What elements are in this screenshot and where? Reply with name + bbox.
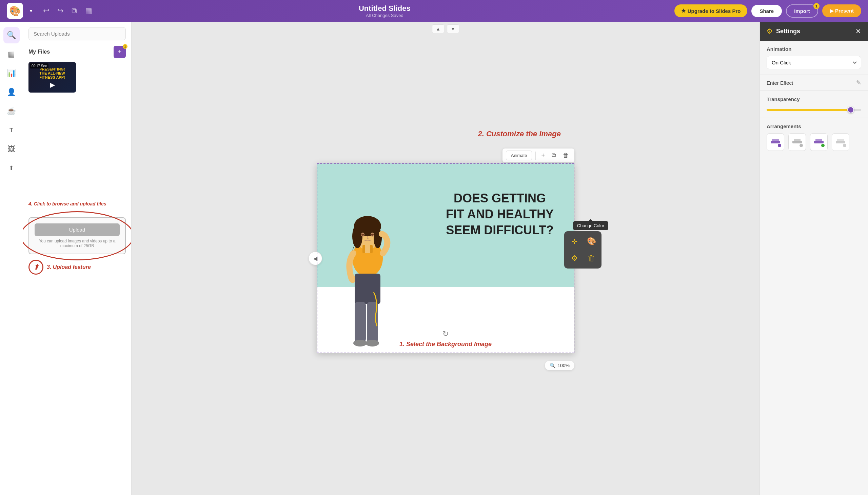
video-thumbnail[interactable]: PRESENTING!THE ALL-NEWFITNESS APP! ▶ 00:… — [29, 62, 76, 92]
slide-text-area: DOES GETTING FIT AND HEALTHY SEEM DIFFIC… — [435, 190, 564, 238]
annotation-bg-image: 1. Select the Background Image — [399, 341, 492, 348]
move-element-button[interactable]: ⊹ — [567, 234, 582, 249]
transparency-slider[interactable] — [767, 109, 861, 111]
animate-button[interactable]: Animate — [506, 151, 532, 160]
import-button[interactable]: Import 1 — [786, 4, 818, 18]
svg-point-25 — [821, 144, 824, 147]
logo-dropdown[interactable]: ▾ — [30, 8, 32, 14]
svg-rect-18 — [772, 139, 779, 141]
upload-button[interactable]: Upload — [35, 223, 120, 236]
svg-rect-24 — [815, 139, 822, 141]
arrangement-icon-2 — [788, 133, 806, 151]
sidebar-item-coffee[interactable]: ☕ — [3, 103, 20, 119]
canvas-area: ▲ ▼ Animate + ⧉ 🗑 ⊹ 🎨 ⚙ 🗑 Change Color — [132, 22, 760, 495]
slide-nav-left[interactable]: ◀ — [309, 252, 322, 265]
arrangements-title: Arrangements — [767, 123, 861, 129]
app-logo[interactable]: 🎨 — [7, 3, 23, 19]
delete-element-button[interactable]: 🗑 — [584, 251, 599, 266]
arrangements-section: Arrangements — [760, 118, 868, 156]
search-input[interactable] — [29, 27, 126, 40]
animation-select[interactable]: On Click After Previous With Previous — [767, 56, 861, 69]
effect-edit-button[interactable]: ✎ — [856, 79, 861, 86]
grid-button[interactable]: ▦ — [82, 5, 95, 17]
upload-area[interactable]: Upload You can upload images and videos … — [29, 217, 126, 254]
enter-effect-row: Enter Effect ✎ — [760, 75, 868, 91]
refresh-button[interactable]: ↻ — [442, 329, 448, 338]
my-files-header: My Files + 1 — [29, 46, 126, 58]
sidebar-item-people[interactable]: 👤 — [3, 84, 20, 100]
svg-point-13 — [353, 340, 367, 346]
slide-down-button[interactable]: ▼ — [447, 24, 459, 33]
upload-feature-label: ⬆ 3. Upload feature — [29, 260, 126, 275]
sidebar-item-chart[interactable]: 📊 — [3, 65, 20, 81]
arrangement-icon-4 — [832, 133, 849, 151]
settings-panel: ⚙ Settings ✕ Animation On Click After Pr… — [760, 22, 868, 495]
slide-text-line1: DOES GETTING FIT AND HEALTHY SEEM DIFFIC… — [435, 190, 564, 238]
sidebar-item-upload[interactable]: ⬆ — [3, 160, 20, 176]
zoom-icon: 🔍 — [550, 363, 556, 368]
delete-toolbar-button[interactable]: 🗑 — [561, 151, 571, 160]
character-illustration — [323, 177, 425, 353]
svg-point-19 — [778, 144, 781, 147]
svg-rect-27 — [837, 139, 844, 141]
undo-button[interactable]: ↩ — [40, 5, 52, 17]
settings-element-button[interactable]: ⚙ — [567, 251, 582, 266]
enter-effect-label: Enter Effect — [767, 80, 793, 86]
svg-point-14 — [365, 340, 379, 346]
svg-rect-16 — [370, 245, 373, 253]
add-element-button[interactable]: + — [539, 151, 547, 160]
upload-area-wrapper: Upload You can upload images and videos … — [29, 217, 126, 254]
upload-annotation-label: 4. Click to browse and upload files — [29, 201, 126, 206]
video-duration: 00:17 Sec — [30, 63, 49, 68]
topbar: 🎨 ▾ ↩ ↪ ⧉ ▦ Untitled Slides All Changes … — [0, 0, 868, 22]
add-file-button[interactable]: + 1 — [114, 46, 126, 58]
arrangement-icon-3 — [810, 133, 828, 151]
arrangement-item-3[interactable] — [810, 133, 828, 151]
canvas-nav-arrows: ▲ ▼ — [432, 24, 459, 33]
color-element-button[interactable]: 🎨 — [584, 234, 599, 249]
arrangement-item-4[interactable] — [832, 133, 849, 151]
slide-wrapper: Animate + ⧉ 🗑 ⊹ 🎨 ⚙ 🗑 Change Color — [317, 164, 574, 353]
animation-label: Animation — [767, 46, 861, 52]
annotation-customize: 2. Customize the Image — [478, 130, 561, 138]
svg-point-22 — [800, 144, 803, 147]
redo-button[interactable]: ↪ — [55, 5, 66, 17]
document-title[interactable]: Untitled Slides — [100, 4, 669, 13]
left-sidebar: 🔍 ▦ 📊 👤 ☕ T 🖼 ⬆ — [0, 22, 23, 495]
star-icon: ★ — [681, 8, 685, 14]
svg-point-4 — [352, 224, 362, 248]
slide-up-button[interactable]: ▲ — [432, 24, 444, 33]
sidebar-item-search[interactable]: 🔍 — [3, 27, 20, 44]
sidebar-item-layout[interactable]: ▦ — [3, 46, 20, 62]
present-button[interactable]: ▶ Present — [822, 4, 861, 17]
arrangement-item-1[interactable] — [767, 133, 784, 151]
svg-rect-15 — [362, 245, 365, 253]
annotation-customize-area: 2. Customize the Image — [478, 130, 561, 138]
upgrade-button[interactable]: ★ Upgrade to Slides Pro — [675, 4, 748, 17]
svg-rect-11 — [355, 302, 366, 342]
settings-close-button[interactable]: ✕ — [855, 27, 861, 35]
my-files-title: My Files — [29, 49, 50, 55]
zoom-bar: 🔍 100% — [545, 361, 574, 370]
svg-point-9 — [371, 234, 374, 236]
svg-point-28 — [843, 144, 846, 147]
animation-section: Animation On Click After Previous With P… — [760, 41, 868, 75]
sidebar-item-text[interactable]: T — [3, 122, 20, 138]
undo-redo-group: ↩ ↪ ⧉ ▦ — [40, 5, 95, 17]
slide-toolbar: Animate + ⧉ 🗑 — [503, 149, 574, 163]
upload-panel: My Files + 1 PRESENTING!THE ALL-NEWFITNE… — [23, 22, 132, 495]
settings-gear-icon: ⚙ — [767, 27, 773, 35]
slide-canvas[interactable]: DOES GETTING FIT AND HEALTHY SEEM DIFFIC… — [317, 164, 574, 353]
duplicate-button[interactable]: ⧉ — [69, 5, 80, 17]
svg-rect-21 — [794, 139, 801, 141]
arrangement-icon-1 — [767, 133, 784, 151]
change-color-tooltip: Change Color — [573, 221, 608, 230]
copy-button[interactable]: ⧉ — [550, 151, 558, 160]
arrangement-item-2[interactable] — [788, 133, 806, 151]
arrangements-grid — [767, 133, 861, 151]
sidebar-item-image[interactable]: 🖼 — [3, 141, 20, 157]
play-icon: ▶ — [50, 81, 55, 89]
upload-feature-icon: ⬆ — [29, 260, 44, 275]
share-button[interactable]: Share — [751, 5, 782, 17]
element-context-menu: ⊹ 🎨 ⚙ 🗑 — [564, 231, 601, 269]
